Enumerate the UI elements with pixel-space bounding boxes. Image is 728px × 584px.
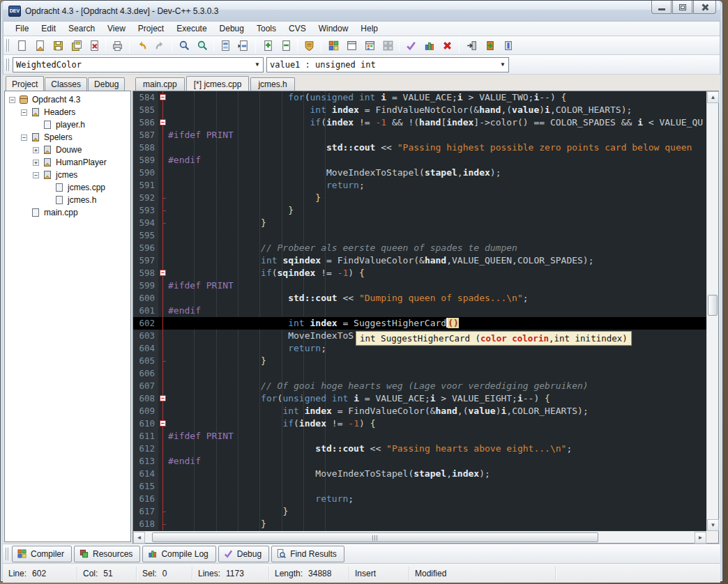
report-tab-debug[interactable]: Debug bbox=[218, 546, 269, 562]
fold-margin[interactable]: − bbox=[158, 91, 168, 104]
scroll-down-icon[interactable]: ▼ bbox=[707, 519, 719, 531]
code-line[interactable]: 586− if(index != -1 && !(hand[index]->co… bbox=[133, 116, 706, 129]
code-line[interactable]: 584− for(unsigned int i = VALUE_ACE;i > … bbox=[133, 91, 706, 104]
code-line[interactable]: 592 } bbox=[133, 192, 706, 204]
code-line[interactable]: 618 } bbox=[133, 518, 706, 530]
menu-item-project[interactable]: Project bbox=[132, 22, 170, 36]
insert-snippet-button[interactable] bbox=[462, 38, 480, 54]
tree-item-headers[interactable]: −Headers bbox=[8, 106, 130, 118]
collapse-icon[interactable]: − bbox=[21, 135, 27, 141]
menu-item-view[interactable]: View bbox=[101, 22, 132, 36]
close-button[interactable] bbox=[85, 38, 103, 54]
replace-button[interactable] bbox=[216, 38, 234, 54]
tab-classes[interactable]: Classes bbox=[45, 77, 87, 91]
fold-collapse-icon[interactable]: − bbox=[160, 395, 166, 401]
menu-item-help[interactable]: Help bbox=[354, 22, 384, 36]
scroll-right-icon[interactable]: ► bbox=[695, 532, 706, 544]
find-in-files-button[interactable] bbox=[193, 38, 211, 54]
remove-from-project-button[interactable] bbox=[277, 38, 295, 54]
menu-item-tools[interactable]: Tools bbox=[250, 22, 282, 36]
menu-item-search[interactable]: Search bbox=[62, 22, 101, 36]
syntax-check-button[interactable] bbox=[402, 38, 420, 54]
member-combo[interactable]: value1 : unsigned int ▼ bbox=[266, 57, 509, 72]
new-source-button[interactable] bbox=[13, 38, 31, 54]
current-code-line[interactable]: 602 int index = SuggestHigherCard() bbox=[133, 317, 706, 330]
report-tab-resources[interactable]: Resources bbox=[74, 546, 140, 562]
expand-icon[interactable]: + bbox=[33, 160, 39, 166]
vertical-scroll-thumb[interactable] bbox=[708, 295, 718, 316]
chevron-down-icon[interactable]: ▼ bbox=[497, 61, 508, 68]
code-line[interactable]: 601#endif bbox=[133, 305, 706, 317]
scroll-up-icon[interactable]: ▲ bbox=[707, 91, 719, 103]
code-line[interactable]: 610− if(index != -1) { bbox=[133, 417, 706, 430]
code-line[interactable]: 616 return; bbox=[133, 493, 706, 505]
code-line[interactable]: 609 int index = FindValueColor(&hand,(va… bbox=[133, 405, 706, 417]
code-line[interactable]: 606 bbox=[133, 367, 706, 380]
code-line[interactable]: 595 bbox=[133, 229, 706, 242]
fold-collapse-icon[interactable]: − bbox=[160, 270, 166, 276]
menu-item-cvs[interactable]: CVS bbox=[282, 22, 312, 36]
print-button[interactable] bbox=[108, 38, 126, 54]
report-tab-compile-log[interactable]: Compile Log bbox=[142, 546, 215, 562]
code-line[interactable]: 600 std::cout << "Dumping queen of spade… bbox=[133, 292, 706, 305]
restore-button[interactable] bbox=[672, 1, 692, 14]
toolbar-gripper[interactable] bbox=[6, 548, 9, 560]
code-line[interactable]: 590 MoveIndexToStapel(stapel,index); bbox=[133, 167, 706, 179]
run-button[interactable] bbox=[342, 38, 361, 54]
menu-item-window[interactable]: Window bbox=[312, 22, 355, 36]
collapse-icon[interactable]: − bbox=[33, 172, 39, 178]
profile-button[interactable] bbox=[420, 38, 438, 54]
fold-collapse-icon[interactable]: − bbox=[160, 420, 166, 427]
tree-item-jcmes[interactable]: −jcmes bbox=[8, 169, 130, 181]
goto-bookmark-button[interactable] bbox=[499, 38, 517, 54]
code-line[interactable]: 585 int index = FindValueNotColor(&hand,… bbox=[133, 104, 706, 116]
editor-tab-jcmes.h[interactable]: jcmes.h bbox=[250, 77, 294, 91]
tree-item-jcmes-cpp[interactable]: jcmes.cpp bbox=[8, 181, 130, 194]
rebuild-button[interactable] bbox=[379, 38, 397, 54]
code-line[interactable]: 605 } bbox=[133, 355, 706, 367]
code-line[interactable]: 617 } bbox=[133, 505, 706, 518]
open-button[interactable] bbox=[31, 38, 49, 54]
save-button[interactable] bbox=[49, 38, 67, 54]
fold-collapse-icon[interactable]: − bbox=[160, 119, 166, 125]
save-all-button[interactable] bbox=[67, 38, 85, 54]
editor-vertical-scrollbar[interactable]: ▲ ▼ bbox=[706, 91, 718, 531]
goto-line-button[interactable] bbox=[234, 38, 252, 54]
menu-item-execute[interactable]: Execute bbox=[170, 22, 213, 36]
menu-item-debug[interactable]: Debug bbox=[213, 22, 250, 36]
tree-item-humanplayer[interactable]: +HumanPlayer bbox=[8, 156, 130, 169]
code-line[interactable]: 589#endif bbox=[133, 154, 706, 167]
compile-button[interactable] bbox=[324, 38, 342, 54]
scroll-left-icon[interactable]: ◄ bbox=[133, 532, 145, 544]
collapse-icon[interactable]: − bbox=[21, 109, 27, 116]
toolbar-gripper[interactable] bbox=[6, 59, 10, 71]
tree-item-opdracht-4-3[interactable]: −Opdracht 4.3 bbox=[8, 93, 130, 106]
tree-item-jcmes-h[interactable]: jcmes.h bbox=[8, 194, 130, 206]
code-line[interactable]: 612 std::cout << "Passing hearts above e… bbox=[133, 443, 706, 455]
toolbar-gripper[interactable] bbox=[6, 39, 10, 52]
abort-button[interactable] bbox=[438, 38, 456, 54]
project-options-button[interactable] bbox=[300, 38, 318, 54]
code-line[interactable]: 611#ifdef PRINT bbox=[133, 430, 706, 443]
tab-project[interactable]: Project bbox=[6, 76, 44, 91]
code-line[interactable]: 596 // Probeer als eerste queen of spade… bbox=[133, 242, 706, 254]
tree-item-spelers[interactable]: −Spelers bbox=[8, 131, 130, 144]
code-line[interactable]: 594 } bbox=[133, 217, 706, 229]
code-editor[interactable]: 584− for(unsigned int i = VALUE_ACE;i > … bbox=[133, 91, 706, 531]
redo-button[interactable] bbox=[151, 38, 169, 54]
code-line[interactable]: 613#endif bbox=[133, 455, 706, 468]
code-line[interactable]: 597 int sqindex = FindValueColor(&hand,V… bbox=[133, 254, 706, 267]
fold-collapse-icon[interactable]: − bbox=[160, 94, 166, 100]
close-button[interactable] bbox=[693, 1, 716, 14]
code-line[interactable]: 587#ifdef PRINT bbox=[133, 129, 706, 141]
menu-item-edit[interactable]: Edit bbox=[35, 22, 62, 36]
fold-margin[interactable]: − bbox=[158, 267, 168, 279]
tree-item-main-cpp[interactable]: main.cpp bbox=[8, 206, 130, 219]
minimize-button[interactable] bbox=[651, 1, 672, 14]
code-line[interactable]: 591 return; bbox=[133, 179, 706, 192]
fold-margin[interactable]: − bbox=[158, 417, 168, 430]
find-button[interactable] bbox=[175, 38, 193, 54]
menu-item-file[interactable]: File bbox=[9, 22, 35, 36]
editor-tab-main.cpp[interactable]: main.cpp bbox=[135, 77, 185, 91]
fold-margin[interactable]: − bbox=[158, 392, 168, 405]
